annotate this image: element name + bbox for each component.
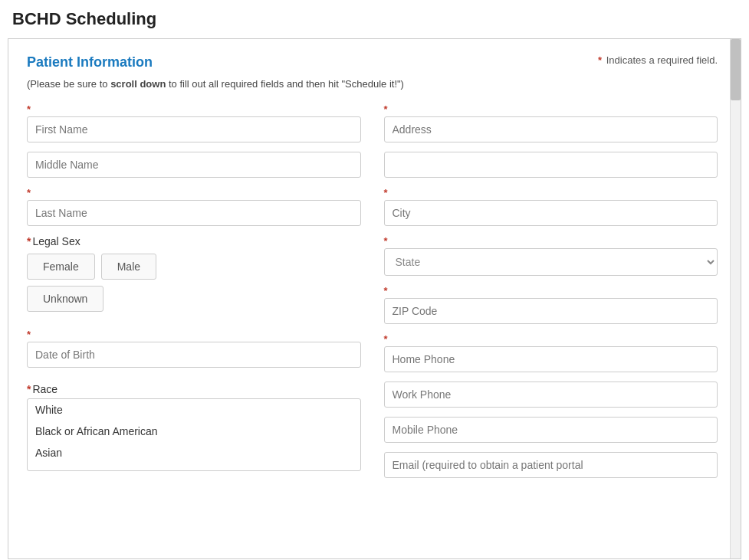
address-group: * (384, 103, 718, 142)
last-name-label: * (27, 187, 361, 198)
address2-group (384, 152, 718, 178)
zip-group: * (384, 285, 718, 324)
dob-group: * (27, 329, 361, 368)
last-name-group: * (27, 187, 361, 226)
state-group: * State (384, 235, 718, 276)
list-item[interactable]: White (28, 399, 360, 421)
female-button[interactable]: Female (27, 254, 95, 280)
race-label: * Race (27, 383, 361, 395)
dob-label: * (27, 329, 361, 340)
email-input[interactable] (384, 452, 718, 478)
middle-name-input[interactable] (27, 152, 361, 178)
zip-input[interactable] (384, 298, 718, 324)
page-header: BCHD Scheduling (0, 0, 749, 38)
work-phone-group (384, 382, 718, 408)
last-name-input[interactable] (27, 200, 361, 226)
dob-input[interactable] (27, 342, 361, 368)
scroll-notice: (Please be sure to scroll down to fill o… (27, 78, 718, 90)
city-group: * (384, 187, 718, 226)
scrollbar-thumb[interactable] (731, 39, 741, 100)
section-title: Patient Information (27, 54, 153, 70)
middle-name-group (27, 152, 361, 178)
race-section: * Race White Black or African American A… (27, 383, 361, 471)
address-input[interactable] (384, 116, 718, 142)
form-columns: * * * Legal Sex (27, 103, 718, 483)
page-title: BCHD Scheduling (12, 9, 156, 28)
form-inner: Patient Information * Indicates a requir… (8, 39, 741, 558)
first-name-input[interactable] (27, 116, 361, 142)
mobile-phone-input[interactable] (384, 417, 718, 443)
list-item[interactable]: Asian (28, 442, 360, 462)
legal-sex-section: * Legal Sex Female Male Unknown (27, 235, 361, 312)
email-group (384, 452, 718, 478)
home-phone-input[interactable] (384, 346, 718, 372)
required-note: * Indicates a required field. (598, 54, 718, 66)
scrollbar[interactable] (730, 39, 741, 558)
required-star: * (598, 54, 602, 66)
zip-label: * (384, 285, 718, 296)
first-name-label: * (27, 103, 361, 115)
col-right: * * * St (384, 103, 718, 483)
col-left: * * * Legal Sex (27, 103, 361, 483)
state-label: * (384, 235, 718, 247)
male-button[interactable]: Male (101, 254, 156, 280)
form-header-row: Patient Information * Indicates a requir… (27, 54, 718, 70)
mobile-phone-group (384, 417, 718, 443)
home-phone-group: * (384, 333, 718, 372)
address-label: * (384, 103, 718, 115)
race-listbox[interactable]: White Black or African American Asian (27, 398, 361, 471)
city-label: * (384, 187, 718, 198)
unknown-button[interactable]: Unknown (27, 286, 103, 312)
list-item[interactable]: Black or African American (28, 421, 360, 442)
city-input[interactable] (384, 200, 718, 226)
form-container: Patient Information * Indicates a requir… (8, 38, 741, 559)
home-phone-label: * (384, 333, 718, 345)
sex-buttons-row: Female Male (27, 254, 361, 280)
legal-sex-label: * Legal Sex (27, 235, 361, 247)
work-phone-input[interactable] (384, 382, 718, 408)
address2-input[interactable] (384, 152, 718, 178)
state-select[interactable]: State (384, 248, 718, 276)
first-name-group: * (27, 103, 361, 142)
